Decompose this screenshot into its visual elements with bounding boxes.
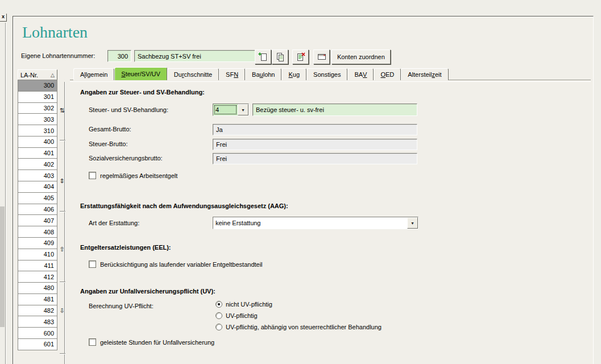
new-wage-type-icon [258, 52, 268, 62]
radio-uv-pflichtig[interactable]: UV-pflichtig [215, 312, 258, 319]
tab[interactable]: Baulohn [245, 68, 281, 80]
gesamt-brutto-label: Gesamt-Brutto: [89, 126, 131, 133]
list-row[interactable]: 483 [18, 316, 57, 328]
eel-beruecksichtigung-checkbox[interactable]: Berücksichtigung als laufender variabler… [89, 260, 263, 268]
list-row[interactable]: 303 [18, 113, 57, 125]
list-row[interactable]: 301 [18, 91, 57, 103]
copy-wage-type-button[interactable] [272, 49, 288, 64]
section-heading-uv: Angaben zur Unfallversicherungspflicht (… [80, 288, 215, 295]
gutter-tick [60, 211, 65, 212]
tab[interactable]: BAV [347, 68, 374, 80]
list-marker-gutter: ⇅ ⇕ ⇧ ⇩ [57, 69, 67, 364]
delete-wage-type-button[interactable] [292, 49, 309, 64]
lohnarten-window: Lohnarten Eigene Lohnartennummer: 300 Sa… [13, 16, 594, 364]
list-row[interactable]: 302 [18, 102, 57, 114]
gesamt-brutto-field: Ja [213, 124, 417, 135]
list-row[interactable]: 404 [18, 181, 57, 193]
list-row[interactable]: 481 [18, 293, 57, 305]
copy-wage-type-icon [275, 52, 285, 62]
list-header-la-nr[interactable]: LA-Nr. △ [18, 69, 57, 80]
radio-nicht-uv-pflichtig[interactable]: nicht UV-pflichtig [215, 301, 272, 308]
gutter-tick [60, 282, 65, 282]
section-heading-eel: Entgeltersatzleistungen (EEL): [80, 244, 171, 251]
list-row[interactable]: 407 [18, 214, 57, 226]
list-row[interactable]: 310 [18, 125, 57, 136]
tab[interactable]: Sonstiges [306, 68, 347, 80]
jump-up-marker-icon[interactable]: ⇧ [58, 246, 66, 253]
checkbox-icon[interactable] [89, 338, 96, 346]
sv-brutto-field: Frei [213, 153, 417, 164]
tab[interactable]: Altersteilzeit [401, 68, 448, 80]
list-row[interactable]: 405 [18, 192, 57, 204]
list-row[interactable]: 409 [18, 237, 57, 249]
tab[interactable]: SFN [219, 68, 245, 80]
tab[interactable]: OED [374, 68, 401, 80]
tab-bar: Allgemein Steuer/SV/UV Durchschnitte SFN… [73, 68, 449, 80]
regelmaessiges-arbeitsentgelt-checkbox[interactable]: regelmäßiges Arbeitsentgelt [89, 172, 177, 179]
chevron-down-icon[interactable]: ▼ [407, 217, 418, 229]
radio-icon[interactable] [215, 324, 222, 330]
jump-both-marker-icon[interactable]: ⇅ [58, 107, 66, 114]
side-panel-scrollbar-thumb[interactable] [0, 206, 5, 327]
section-heading-steuer-sv: Angaben zur Steuer- und SV-Behandlung: [80, 89, 205, 96]
list-row[interactable]: 408 [18, 226, 57, 238]
list-row[interactable]: 482 [18, 305, 57, 317]
steuer-brutto-label: Steuer-Brutto: [89, 140, 127, 147]
radio-icon[interactable] [215, 312, 222, 319]
close-button[interactable]: x [0, 14, 7, 22]
list-row[interactable]: 480 [18, 282, 57, 294]
open-dialog-button[interactable] [313, 49, 330, 64]
wage-type-list: 300 301 302 303 310 400 401 402 403 404 … [18, 80, 57, 350]
list-row[interactable]: 401 [18, 147, 57, 159]
chevron-down-icon[interactable]: ▼ [238, 104, 248, 115]
tab[interactable]: Allgemein [73, 68, 114, 80]
behandlung-code-combobox[interactable]: 4 ▼ [213, 104, 249, 116]
jump-down-marker-icon[interactable]: ⇩ [58, 307, 66, 314]
behandlung-label: Steuer- und SV-Behandlung: [89, 106, 168, 113]
lohnartennummer-label: Eigene Lohnartennummer: [21, 52, 95, 59]
geleistete-stunden-checkbox[interactable]: geleistete Stunden für Unfallversicherun… [89, 338, 214, 346]
list-row[interactable]: 300 [18, 80, 57, 92]
gutter-tick [60, 353, 65, 354]
list-row[interactable]: 406 [18, 204, 57, 216]
collapsed-side-panel [0, 23, 6, 364]
tab[interactable]: Steuer/SV/UV [114, 67, 167, 80]
list-row[interactable]: 412 [18, 271, 57, 283]
behandlung-text-field: Bezüge steuer- u. sv-frei [252, 104, 417, 116]
list-row[interactable]: 411 [18, 260, 57, 272]
sv-brutto-label: Sozialversicherungsbrutto: [89, 155, 163, 162]
lohnart-name-input[interactable]: Sachbezug ST+SV frei [134, 50, 267, 62]
tab[interactable]: Kug [281, 68, 306, 80]
radio-uv-pflichtig-abhaengig[interactable]: UV-pflichtig, abhängig von steuerrechtli… [215, 324, 382, 330]
new-wage-type-button[interactable] [255, 49, 271, 64]
jump-updown-marker-icon[interactable]: ⇕ [58, 177, 66, 184]
list-row[interactable]: 403 [18, 169, 57, 181]
delete-wage-type-icon [296, 52, 306, 62]
tab[interactable]: Durchschnitte [167, 68, 219, 80]
sort-ascending-icon: △ [51, 72, 55, 78]
list-row[interactable]: 600 [18, 327, 57, 339]
steuer-brutto-field: Frei [213, 139, 417, 150]
list-row[interactable]: 400 [18, 136, 57, 148]
dialog-window-icon [317, 52, 327, 62]
lohnartennummer-input[interactable]: 300 [107, 50, 131, 62]
konten-zuordnen-button[interactable]: Konten zuordnen [331, 49, 391, 64]
gutter-line [64, 82, 65, 364]
checkbox-icon[interactable] [89, 260, 96, 268]
berechnung-uv-pflicht-label: Berechnung UV-Pflicht: [89, 303, 154, 309]
list-header-label: LA-Nr. [20, 72, 38, 78]
list-row[interactable]: 601 [18, 338, 57, 350]
checkbox-icon[interactable] [89, 172, 96, 179]
section-heading-aag: Erstattungsfähigkeit nach dem Aufwendung… [80, 202, 288, 209]
radio-selected-icon[interactable] [215, 301, 222, 308]
list-row[interactable]: 410 [18, 249, 57, 260]
gutter-tick [60, 140, 65, 140]
page-title: Lohnarten [22, 23, 88, 42]
art-der-erstattung-dropdown[interactable]: keine Erstattung ▼ [213, 217, 418, 229]
art-der-erstattung-label: Art der Erstattung: [89, 220, 139, 226]
list-row[interactable]: 402 [18, 158, 57, 170]
